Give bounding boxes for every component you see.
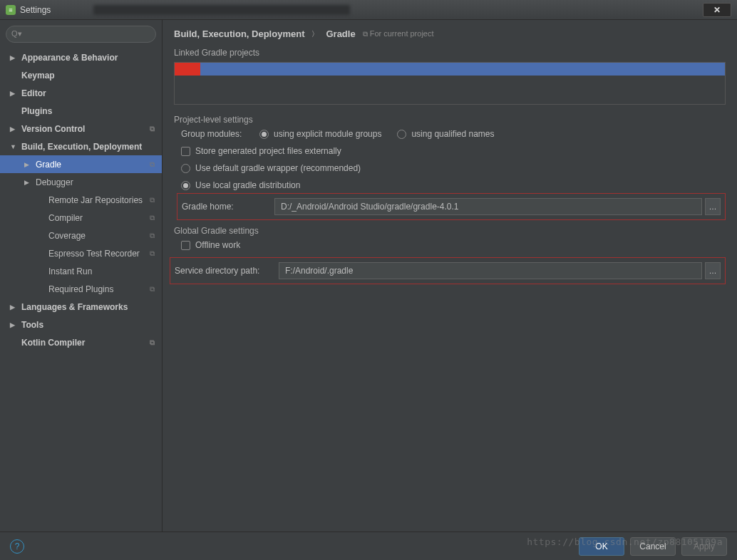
arrow-icon: ▶: [10, 304, 19, 311]
copy-icon: ⧉: [150, 160, 155, 169]
linked-projects-label: Linked Gradle projects: [174, 48, 726, 58]
apply-button[interactable]: Apply: [681, 537, 727, 556]
copy-icon: ⧉: [150, 232, 155, 240]
arrow-icon: ▶: [24, 179, 33, 186]
tree-item[interactable]: ▶Appearance & Behavior: [0, 48, 162, 66]
window-title: Settings: [20, 5, 51, 15]
close-button[interactable]: ✕: [703, 3, 731, 17]
tree-item[interactable]: ▶Debugger: [0, 173, 162, 191]
copy-icon: ⧉: [150, 249, 155, 258]
radio-icon: [181, 181, 190, 190]
copy-icon: ⧉: [150, 285, 155, 294]
group-modules-row: Group modules: using explicit module gro…: [181, 129, 726, 139]
tree-item[interactable]: ▼Build, Execution, Deployment: [0, 138, 162, 155]
main-area: Q▾ ▶Appearance & BehaviorKeymap▶EditorPl…: [0, 20, 737, 532]
use-default-wrapper-row[interactable]: Use default gradle wrapper (recommended): [181, 163, 726, 173]
ok-button[interactable]: OK: [579, 537, 624, 556]
tree-item-label: Instant Run: [48, 266, 92, 276]
tree-item-label: Kotlin Compiler: [21, 338, 85, 348]
store-external-row[interactable]: Store generated project files externally: [181, 146, 726, 156]
browse-gradle-home-button[interactable]: …: [705, 198, 721, 215]
tree-item[interactable]: ▶Languages & Frameworks: [0, 298, 162, 316]
chevron-right-icon: 〉: [311, 29, 319, 39]
tree-item-label: Tools: [21, 320, 43, 330]
tree-item-label: Version Control: [21, 124, 85, 134]
tree-item[interactable]: ▶Tools: [0, 316, 162, 333]
project-level-form: Group modules: using explicit module gro…: [174, 129, 726, 224]
tree-item[interactable]: Remote Jar Repositories⧉: [0, 191, 162, 209]
offline-work-row[interactable]: Offline work: [181, 240, 726, 250]
tree-item-label: Build, Execution, Deployment: [21, 142, 142, 152]
blurred-region: [93, 5, 350, 15]
tree-item-label: Debugger: [36, 177, 73, 187]
tree-item[interactable]: ▶Gradle⧉: [0, 155, 162, 173]
tree-item-label: Editor: [21, 88, 46, 98]
radio-icon: [181, 164, 190, 173]
breadcrumb-root[interactable]: Build, Execution, Deployment: [174, 28, 304, 39]
radio-icon: [259, 130, 269, 139]
service-dir-row: Service directory path: …: [170, 257, 726, 284]
service-dir-input[interactable]: [279, 262, 702, 279]
copy-icon: ⧉: [150, 196, 155, 204]
tree-item[interactable]: Required Plugins⧉: [0, 280, 162, 298]
opt-explicit-groups[interactable]: using explicit module groups: [259, 129, 381, 139]
linked-projects-list[interactable]: [174, 62, 726, 105]
titlebar: ≡ Settings ✕: [0, 0, 737, 20]
tree-item[interactable]: ▶Editor: [0, 84, 162, 102]
checkbox-icon: [181, 241, 190, 250]
tree-item-label: Languages & Frameworks: [21, 302, 128, 312]
radio-icon: [397, 130, 406, 139]
group-modules-label: Group modules:: [181, 129, 259, 139]
cancel-button[interactable]: Cancel: [630, 537, 676, 556]
opt-qualified-names[interactable]: using qualified names: [397, 129, 494, 139]
service-dir-label: Service directory path:: [175, 266, 279, 276]
copy-icon: ⧉: [363, 30, 368, 38]
checkbox-icon: [181, 147, 190, 156]
arrow-icon: ▶: [10, 54, 19, 61]
use-local-dist-row[interactable]: Use local gradle distribution: [181, 180, 726, 190]
tree-item-label: Remote Jar Repositories: [48, 195, 143, 205]
arrow-icon: ▼: [10, 143, 19, 150]
project-level-label: Project-level settings: [174, 115, 726, 125]
tree-item[interactable]: Espresso Test Recorder⧉: [0, 244, 162, 262]
tree-item[interactable]: Keymap: [0, 66, 162, 84]
help-button[interactable]: ?: [10, 539, 24, 554]
tree-item-label: Plugins: [21, 106, 52, 116]
tree-item[interactable]: Coverage⧉: [0, 227, 162, 244]
sidebar: Q▾ ▶Appearance & BehaviorKeymap▶EditorPl…: [0, 20, 163, 532]
arrow-icon: ▶: [10, 90, 19, 97]
tree-item-label: Keymap: [21, 71, 55, 81]
tree-item-label: Required Plugins: [48, 284, 113, 294]
global-form: Offline work Service directory path: …: [174, 240, 726, 289]
arrow-icon: ▶: [24, 161, 33, 168]
content-panel: Build, Execution, Deployment 〉 Gradle ⧉F…: [163, 20, 737, 532]
tree-item[interactable]: Kotlin Compiler⧉: [0, 333, 162, 351]
gradle-home-row: Gradle home: …: [177, 193, 726, 220]
global-settings-label: Global Gradle settings: [174, 226, 726, 236]
footer: ? OK Cancel Apply: [0, 532, 737, 560]
browse-service-dir-button[interactable]: …: [705, 262, 721, 279]
tree-item[interactable]: Plugins: [0, 102, 162, 120]
tree-item-label: Gradle: [36, 160, 61, 170]
tree-item-label: Compiler: [48, 213, 83, 223]
gradle-home-input[interactable]: [274, 198, 702, 215]
redacted-region: [175, 63, 200, 76]
scope-label: ⧉For current project: [363, 29, 434, 38]
tree-item[interactable]: ▶Version Control⧉: [0, 120, 162, 138]
search-icon: Q▾: [11, 29, 22, 38]
linked-project-row[interactable]: [175, 63, 725, 76]
arrow-icon: ▶: [10, 125, 19, 133]
tree-item[interactable]: Compiler⧉: [0, 209, 162, 227]
search-input[interactable]: [6, 26, 156, 43]
tree-item-label: Coverage: [48, 231, 86, 241]
breadcrumb: Build, Execution, Deployment 〉 Gradle ⧉F…: [174, 28, 726, 39]
copy-icon: ⧉: [150, 214, 155, 222]
arrow-icon: ▶: [10, 321, 19, 328]
tree-item[interactable]: Instant Run: [0, 262, 162, 280]
app-icon: ≡: [6, 5, 16, 15]
tree-item-label: Espresso Test Recorder: [48, 249, 140, 259]
settings-tree: ▶Appearance & BehaviorKeymap▶EditorPlugi…: [0, 47, 162, 532]
copy-icon: ⧉: [150, 125, 155, 133]
tree-item-label: Appearance & Behavior: [21, 53, 118, 63]
breadcrumb-leaf: Gradle: [326, 28, 355, 39]
